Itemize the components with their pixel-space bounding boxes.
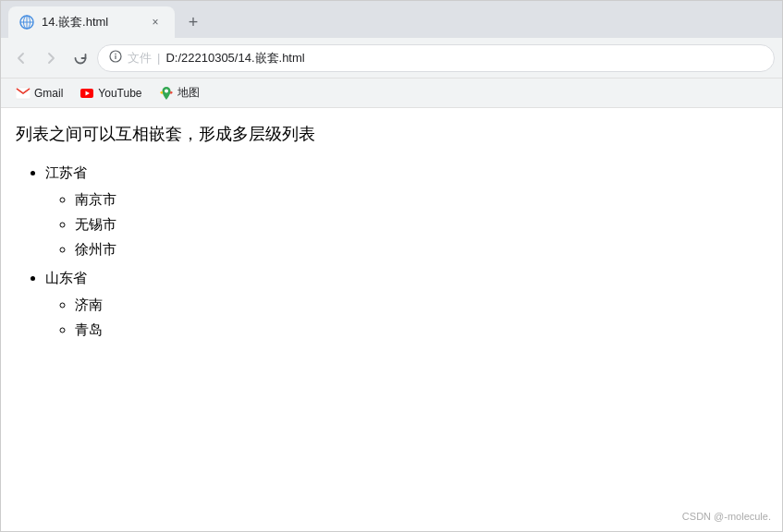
province-jiangsu: 江苏省 (45, 164, 87, 180)
browser-window: 14.嵌套.html × + 文件 | D:/22210305/14.嵌套.ht… (0, 0, 783, 532)
address-bar[interactable]: 文件 | D:/22210305/14.嵌套.html (97, 44, 775, 72)
svg-point-10 (165, 89, 168, 92)
page-heading: 列表之间可以互相嵌套，形成多层级列表 (16, 123, 767, 145)
tab-favicon-icon (19, 15, 34, 30)
gmail-icon (16, 86, 31, 101)
forward-button[interactable] (38, 45, 64, 71)
reload-button[interactable] (67, 45, 93, 71)
city-jinan: 济南 (75, 296, 103, 312)
bookmark-youtube-label: YouTube (98, 87, 141, 100)
list-item-nanjing: 南京市 (75, 187, 767, 212)
bookmark-gmail[interactable]: Gmail (8, 82, 70, 104)
city-wuxi: 无锡市 (75, 216, 116, 232)
bookmark-maps-label: 地图 (177, 85, 200, 101)
list-item-wuxi: 无锡市 (75, 212, 767, 236)
bookmark-maps[interactable]: 地图 (152, 81, 207, 104)
city-xuzhou: 徐州市 (75, 241, 116, 257)
address-info-icon (109, 50, 122, 66)
address-prefix: 文件 (128, 50, 152, 66)
active-tab[interactable]: 14.嵌套.html × (8, 6, 175, 38)
page-content: 列表之间可以互相嵌套，形成多层级列表 江苏省 南京市 无锡市 徐州市 山东 (1, 108, 782, 531)
maps-icon (159, 86, 174, 101)
list-item-xuzhou: 徐州市 (75, 236, 767, 261)
province-shandong: 山东省 (45, 270, 87, 285)
bookmark-gmail-label: Gmail (34, 87, 63, 100)
outer-list: 江苏省 南京市 无锡市 徐州市 山东省 济南 (16, 160, 767, 342)
inner-list-jiangsu: 南京市 无锡市 徐州市 (45, 187, 767, 261)
inner-list-shandong: 济南 青岛 (45, 292, 767, 342)
new-tab-button[interactable]: + (180, 9, 206, 35)
list-item-jinan: 济南 (75, 292, 767, 317)
navigation-bar: 文件 | D:/22210305/14.嵌套.html (1, 38, 782, 79)
list-item-jiangsu: 江苏省 南京市 无锡市 徐州市 (45, 160, 767, 261)
back-button[interactable] (8, 45, 34, 71)
city-nanjing: 南京市 (75, 191, 116, 207)
tab-title: 14.嵌套.html (42, 14, 140, 30)
list-item-shandong: 山东省 济南 青岛 (45, 265, 767, 342)
address-path: D:/22210305/14.嵌套.html (165, 50, 304, 66)
tab-close-button[interactable]: × (147, 14, 164, 30)
svg-point-6 (115, 54, 116, 55)
city-qingdao: 青岛 (75, 321, 103, 337)
list-item-qingdao: 青岛 (75, 317, 767, 342)
address-separator: | (157, 51, 160, 65)
bookmarks-bar: Gmail YouTube 地图 (1, 79, 782, 108)
youtube-icon (80, 86, 94, 101)
bookmark-youtube[interactable]: YouTube (72, 82, 149, 104)
tab-bar: 14.嵌套.html × + (1, 1, 782, 38)
watermark: CSDN @-molecule. (682, 511, 771, 522)
